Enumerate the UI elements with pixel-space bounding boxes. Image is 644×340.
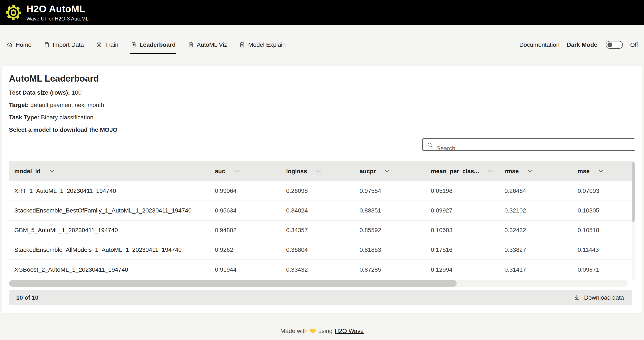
download-icon <box>573 294 580 301</box>
meta-task-type: Task Type: Binary classification <box>9 114 635 121</box>
column-header-model-id[interactable]: model_id <box>9 161 210 181</box>
column-header-aucpr[interactable]: aucpr <box>354 161 426 181</box>
footer-text-prefix: Made with <box>280 327 308 334</box>
toggle-knob <box>608 43 612 47</box>
column-header-logloss[interactable]: logloss <box>281 161 354 181</box>
vertical-scrollbar[interactable] <box>632 161 635 279</box>
chevron-down-icon <box>316 170 321 173</box>
footer-text-middle: using <box>318 327 332 334</box>
column-header-mean-per-class-error[interactable]: mean_per_clas... <box>426 161 499 181</box>
nav-item-label: Home <box>16 42 32 48</box>
gear-logo-icon <box>5 4 22 21</box>
table-row[interactable]: XGBoost_2_AutoML_1_20230411_194740 0.919… <box>9 260 632 279</box>
table-body: XRT_1_AutoML_1_20230411_194740 0.99064 0… <box>9 181 632 279</box>
table-row[interactable]: XRT_1_AutoML_1_20230411_194740 0.99064 0… <box>9 181 632 201</box>
column-header-auc[interactable]: auc <box>210 161 281 181</box>
download-data-button[interactable]: Download data <box>573 294 624 301</box>
column-header-rmse[interactable]: rmse <box>499 161 572 181</box>
home-icon <box>6 42 13 48</box>
search-input[interactable] <box>423 143 634 154</box>
selected-tab-underline <box>130 53 176 54</box>
app-title: H2O AutoML <box>26 4 88 15</box>
meta-test-data-size: Test Data size (rows): 100 <box>9 89 635 96</box>
table-header-row: model_id auc logloss aucpr mean_per_clas… <box>9 161 632 181</box>
row-count: 10 of 10 <box>16 294 38 301</box>
leaderboard-table: model_id auc logloss aucpr mean_per_clas… <box>9 161 635 305</box>
chevron-down-icon <box>488 170 493 173</box>
page-title: AutoML Leaderboard <box>9 74 635 84</box>
nav-item-label: Import Data <box>53 42 84 48</box>
clipboard-icon <box>239 42 246 48</box>
bullseye-icon <box>96 42 102 48</box>
clipboard-icon <box>130 42 137 48</box>
yellow-heart-icon <box>310 328 316 334</box>
table-row[interactable]: StackedEnsemble_AllModels_1_AutoML_1_202… <box>9 240 632 260</box>
nav-item-train[interactable]: Train <box>96 42 118 48</box>
nav-item-label: AutoML Viz <box>197 42 227 48</box>
nav-item-automl-viz[interactable]: AutoML Viz <box>188 42 227 48</box>
search-box <box>422 138 635 151</box>
horizontal-scrollbar[interactable] <box>9 280 628 287</box>
database-icon <box>44 42 50 48</box>
chevron-down-icon <box>385 170 390 173</box>
horizontal-scrollbar-thumb[interactable] <box>9 280 457 287</box>
meta-target: Target: default payment next month <box>9 102 635 109</box>
nav-item-leaderboard[interactable]: Leaderboard <box>130 42 176 48</box>
table-row[interactable]: GBM_5_AutoML_1_20230411_194740 0.94802 0… <box>9 221 632 240</box>
table-footer: 10 of 10 Download data <box>9 290 632 305</box>
chevron-down-icon <box>234 170 239 173</box>
chevron-down-icon <box>598 170 604 173</box>
h2o-wave-link[interactable]: H2O Wave <box>334 327 364 334</box>
app-subtitle: Wave UI for H2O-3 AutoML <box>26 16 88 22</box>
nav-item-label: Leaderboard <box>140 42 176 48</box>
nav-item-label: Train <box>105 42 118 48</box>
vertical-scrollbar-thumb[interactable] <box>632 162 634 222</box>
chevron-down-icon <box>50 170 54 173</box>
column-header-mse[interactable]: mse <box>572 161 632 181</box>
toggle-state-label: Off <box>630 42 638 48</box>
nav-bar: Home Import Data Train <box>0 25 644 53</box>
app-header: H2O AutoML Wave UI for H2O-3 AutoML <box>0 0 644 25</box>
clipboard-icon <box>188 42 194 48</box>
nav-item-label: Model Explain <box>248 42 286 48</box>
mojo-instruction: Select a model to download the MOJO <box>9 126 635 133</box>
nav-item-import-data[interactable]: Import Data <box>44 42 84 48</box>
documentation-link[interactable]: Documentation <box>520 42 560 48</box>
chevron-down-icon <box>528 170 532 173</box>
dark-mode-toggle[interactable] <box>606 41 623 49</box>
dark-mode-label: Dark Mode <box>567 42 597 48</box>
download-label: Download data <box>584 294 624 301</box>
nav-item-model-explain[interactable]: Model Explain <box>239 42 286 48</box>
nav-item-home[interactable]: Home <box>6 42 32 48</box>
page-footer: Made with using H2O Wave <box>0 327 644 334</box>
table-row[interactable]: StackedEnsemble_BestOfFamily_1_AutoML_1_… <box>9 201 632 221</box>
leaderboard-card: AutoML Leaderboard Test Data size (rows)… <box>2 66 642 313</box>
